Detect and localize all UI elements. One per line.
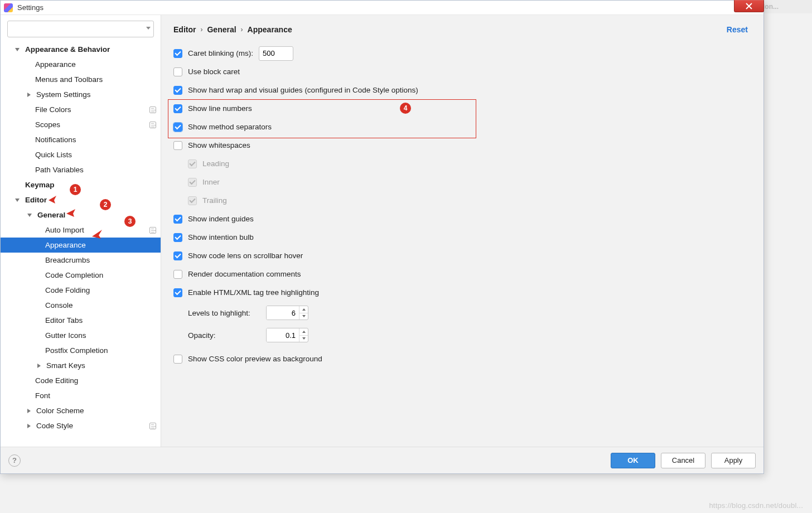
tree-item[interactable]: Appearance — [1, 57, 161, 72]
show-whitespaces-checkbox[interactable] — [173, 141, 182, 150]
opacity-input[interactable] — [267, 328, 299, 342]
tree-item-label: Font — [35, 391, 50, 400]
tree-item-label: Path Variables — [35, 166, 84, 174]
use-block-caret-checkbox[interactable] — [173, 67, 182, 76]
render-doc-checkbox[interactable] — [173, 270, 182, 279]
tree-item-label: Code Style — [36, 422, 73, 430]
titlebar: Settings — [1, 1, 763, 15]
apply-button[interactable]: Apply — [711, 453, 756, 468]
cancel-button[interactable]: Cancel — [661, 453, 705, 468]
levels-label: Levels to highlight: — [188, 309, 260, 317]
tree-item[interactable]: Quick Lists — [1, 147, 161, 162]
trailing-checkbox — [188, 196, 197, 205]
tree-item-label: Code Completion — [45, 271, 103, 279]
watermark: https://blog.csdn.net/doubl... — [709, 501, 803, 510]
stepper-up-icon[interactable] — [299, 328, 308, 336]
opacity-label: Opacity: — [188, 331, 260, 340]
caret-blinking-checkbox[interactable] — [173, 49, 182, 58]
show-css-color-checkbox[interactable] — [173, 355, 182, 364]
tree-item-label: Console — [45, 301, 73, 309]
tree-item-label: Postfix Completion — [45, 346, 108, 355]
render-doc-label: Render documentation comments — [188, 270, 301, 278]
tree-item-label: Notifications — [35, 135, 76, 144]
tree-item[interactable]: Font — [1, 388, 161, 403]
stepper-down-icon[interactable] — [299, 313, 308, 320]
settings-main: Editor › General › Appearance Reset Care… — [161, 15, 763, 447]
tree-item[interactable]: Console — [1, 298, 161, 313]
reset-link[interactable]: Reset — [727, 25, 748, 34]
tree-item[interactable]: Smart Keys — [1, 358, 161, 373]
show-hard-wrap-label: Show hard wrap and visual guides (config… — [188, 86, 418, 94]
tree-item[interactable]: Menus and Toolbars — [1, 72, 161, 87]
tree-item-label: Appearance — [35, 60, 76, 69]
chevron-down-icon[interactable] — [15, 199, 20, 202]
callout-2: 2 — [100, 199, 111, 210]
chevron-down-icon[interactable] — [146, 27, 151, 30]
tree-item[interactable]: Auto Import — [1, 222, 161, 238]
ok-button[interactable]: OK — [611, 453, 655, 468]
project-scope-icon — [149, 423, 156, 429]
tree-item[interactable]: File Colors — [1, 102, 161, 117]
enable-tag-tree-checkbox[interactable] — [173, 288, 182, 297]
tree-item[interactable]: Postfix Completion — [1, 343, 161, 358]
crumb-general[interactable]: General — [207, 25, 236, 34]
tree-item-label: Breadcrumbs — [45, 256, 90, 264]
chevron-right-icon[interactable] — [37, 364, 41, 368]
tree-item[interactable]: Editor Tabs — [1, 313, 161, 328]
tree-item[interactable]: Code Style — [1, 418, 161, 433]
chevron-down-icon[interactable] — [15, 48, 20, 51]
tree-item-label: Appearance — [45, 241, 86, 249]
trailing-label: Trailing — [202, 196, 227, 205]
search-input[interactable] — [7, 21, 154, 37]
chevron-right-icon[interactable] — [27, 424, 31, 428]
show-method-separators-checkbox[interactable] — [173, 123, 182, 132]
tree-item[interactable]: Notifications — [1, 132, 161, 147]
crumb-editor[interactable]: Editor — [173, 25, 196, 34]
tree-item-label: Smart Keys — [46, 361, 85, 370]
tree-item[interactable]: Appearance — [1, 238, 161, 253]
settings-tree[interactable]: Appearance & BehaviorAppearanceMenus and… — [1, 42, 161, 447]
inner-label: Inner — [202, 178, 220, 186]
leading-checkbox — [188, 159, 197, 168]
show-line-numbers-checkbox[interactable] — [173, 104, 182, 113]
show-intention-bulb-label: Show intention bulb — [188, 233, 254, 241]
levels-input[interactable] — [267, 306, 299, 320]
tree-item-label: Color Scheme — [36, 406, 84, 415]
tree-item[interactable]: Code Editing — [1, 373, 161, 388]
caret-blinking-input[interactable] — [259, 46, 293, 61]
tree-item-label: Editor — [25, 196, 47, 204]
tree-item[interactable]: Appearance & Behavior — [1, 42, 161, 57]
tree-item[interactable]: Color Scheme — [1, 403, 161, 418]
app-icon — [4, 3, 13, 12]
tree-item[interactable]: System Settings — [1, 87, 161, 102]
show-code-lens-checkbox[interactable] — [173, 251, 182, 260]
chevron-right-icon[interactable] — [27, 93, 31, 97]
tree-item-label: Appearance & Behavior — [25, 45, 110, 54]
breadcrumb: Editor › General › Appearance Reset — [173, 25, 748, 34]
window-close-button[interactable] — [734, 0, 764, 12]
show-intention-bulb-checkbox[interactable] — [173, 233, 182, 242]
stepper-down-icon[interactable] — [299, 336, 308, 342]
chevron-down-icon[interactable] — [27, 214, 32, 217]
help-button[interactable]: ? — [8, 454, 21, 467]
tree-item-label: Quick Lists — [35, 151, 72, 159]
tree-item[interactable]: Editor — [1, 192, 161, 207]
crumb-appearance: Appearance — [248, 25, 292, 34]
show-hard-wrap-checkbox[interactable] — [173, 86, 182, 95]
tree-item[interactable]: Gutter Icons — [1, 328, 161, 343]
opacity-spinner[interactable] — [266, 328, 308, 342]
tree-item[interactable]: Path Variables — [1, 162, 161, 177]
tree-item-label: Editor Tabs — [45, 316, 83, 325]
chevron-right-icon[interactable] — [27, 409, 31, 413]
stepper-up-icon[interactable] — [299, 306, 308, 313]
levels-spinner[interactable] — [266, 306, 308, 320]
enable-tag-tree-label: Enable HTML/XML tag tree highlighting — [188, 288, 319, 297]
tree-item[interactable]: Scopes — [1, 117, 161, 132]
show-indent-guides-checkbox[interactable] — [173, 215, 182, 224]
chevron-right-icon: › — [200, 26, 202, 33]
tree-item-label: Code Editing — [35, 376, 78, 385]
tree-item[interactable]: Breadcrumbs — [1, 253, 161, 268]
tree-item[interactable]: Code Completion — [1, 268, 161, 283]
use-block-caret-label: Use block caret — [188, 67, 240, 76]
tree-item[interactable]: Code Folding — [1, 283, 161, 298]
